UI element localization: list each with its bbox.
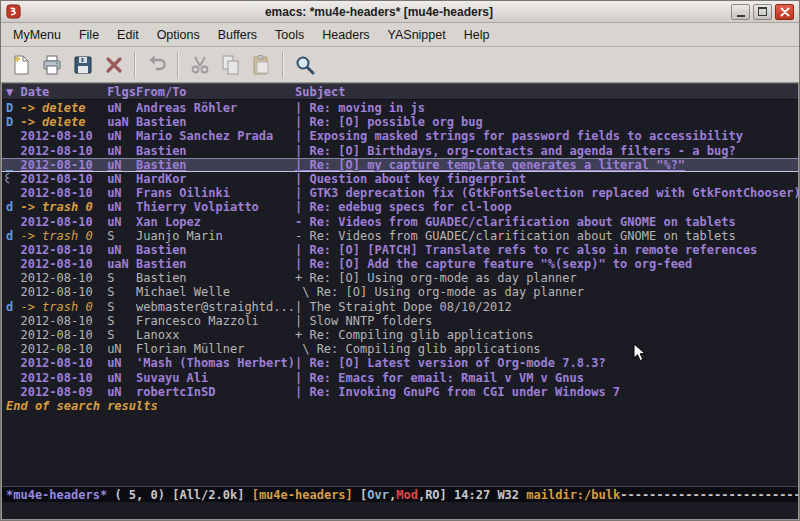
row-from: Bastien	[136, 257, 295, 271]
menu-item-help[interactable]: Help	[455, 25, 499, 45]
message-row[interactable]: 2012-08-10SLanoxx+ Re: Compiling glib ap…	[2, 328, 798, 342]
message-row[interactable]: D-> deleteuNAndreas Röhler| Re: moving i…	[2, 101, 798, 115]
row-date: 2012-08-10	[20, 129, 107, 143]
close-button[interactable]	[775, 4, 794, 20]
toolbar-new-file-button[interactable]	[5, 50, 36, 80]
message-list: D-> deleteuNAndreas Röhler| Re: moving i…	[2, 100, 798, 486]
modeline-segment: ]	[440, 488, 454, 502]
row-subject: | GTK3 deprecation fix (GtkFontSelection…	[295, 186, 798, 200]
toolbar-close-button[interactable]	[98, 50, 129, 80]
undo-icon	[145, 53, 169, 77]
row-flags: uaN	[107, 257, 136, 271]
menu-item-edit[interactable]: Edit	[108, 25, 148, 45]
message-row[interactable]: 2012-08-10SFrancesco Mazzoli| Slow NNTP …	[2, 314, 798, 328]
row-mark	[6, 243, 20, 257]
row-from: Xan Lopez	[136, 215, 295, 229]
mode-line: *mu4e-headers* ( 5, 0) [All/2.0k] [mu4e-…	[2, 486, 798, 502]
menu-item-yasnippet[interactable]: YASnippet	[379, 25, 455, 45]
row-mark	[6, 144, 20, 158]
maximize-icon	[758, 7, 767, 16]
message-row[interactable]: 2012-08-10uNMario Sanchez Prada| Exposin…	[2, 129, 798, 143]
row-mark	[6, 314, 20, 328]
row-mark	[6, 129, 20, 143]
row-date: 2012-08-10	[20, 271, 107, 285]
row-flags: uaN	[107, 115, 136, 129]
message-row[interactable]: 2012-08-10uNSuvayu Ali| Re: Emacs for em…	[2, 371, 798, 385]
row-mark: d	[6, 300, 20, 314]
message-row[interactable]: 2012-08-10uNXan Lopez- Re: Videos from G…	[2, 215, 798, 229]
message-row[interactable]: 2012-08-10uNBastien| Re: [O] my capture …	[2, 158, 798, 172]
echo-area[interactable]	[2, 502, 798, 520]
mu4e-headers-buffer: ▼DateFlgsFrom/ToSubject D-> deleteuNAndr…	[1, 83, 799, 520]
message-row[interactable]: 2012-08-10SBastien+ Re: [O] Using org-mo…	[2, 271, 798, 285]
column-header-flags[interactable]: Flgs	[107, 85, 136, 99]
message-row[interactable]: 2012-08-09uNrobertcInSD| Re: Invoking Gn…	[2, 385, 798, 399]
row-mark: D	[6, 101, 20, 115]
row-date: -> trash 0	[20, 229, 107, 243]
row-mark	[6, 215, 20, 229]
toolbar-cut-button[interactable]	[184, 50, 215, 80]
row-subject: \ Re: Compiling glib applications	[295, 342, 798, 356]
row-mark	[6, 342, 20, 356]
menu-item-headers[interactable]: Headers	[313, 25, 378, 45]
maximize-button[interactable]	[753, 4, 772, 20]
toolbar-save-button[interactable]	[67, 50, 98, 80]
column-header-subject[interactable]: Subject	[295, 85, 798, 99]
message-row[interactable]: d-> trash 0Swebmaster@straightd...| The …	[2, 300, 798, 314]
toolbar-undo-button[interactable]	[141, 50, 172, 80]
modeline-segment: Mod	[396, 488, 418, 502]
row-mark	[6, 385, 20, 399]
row-date: 2012-08-10	[20, 314, 107, 328]
titlebar[interactable]: emacs: *mu4e-headers* [mu4e-headers]	[1, 1, 799, 23]
row-subject: | Re: [O] Birthdays, org-contacts and ag…	[295, 144, 798, 158]
row-flags: uN	[107, 243, 136, 257]
row-mark	[6, 371, 20, 385]
row-from: Frans Oilinki	[136, 186, 295, 200]
row-flags: uN	[107, 186, 136, 200]
toolbar-paste-button[interactable]	[246, 50, 277, 80]
row-flags: uN	[107, 144, 136, 158]
column-header-date[interactable]: Date	[20, 85, 107, 99]
row-date: 2012-08-10	[20, 186, 107, 200]
search-icon	[293, 53, 317, 77]
row-flags: uN	[107, 215, 136, 229]
row-mark	[6, 158, 20, 172]
row-date: 2012-08-10	[20, 257, 107, 271]
toolbar	[1, 47, 799, 83]
message-row[interactable]: 2012-08-10uNBastien| Re: [O] Birthdays, …	[2, 144, 798, 158]
row-from: Bastien	[136, 115, 295, 129]
row-subject: - Re: Videos from GUADEC/clarification a…	[295, 215, 798, 229]
row-subject: | The Straight Dope 08/10/2012	[295, 300, 798, 314]
message-row[interactable]: d-> trash 0SJuanjo Marin- Re: Videos fro…	[2, 229, 798, 243]
toolbar-copy-button[interactable]	[215, 50, 246, 80]
menu-item-tools[interactable]: Tools	[266, 25, 313, 45]
message-row[interactable]: 2012-08-10SMichael Welle \ Re: [O] Using…	[2, 285, 798, 299]
row-from: 'Mash (Thomas Herbert)	[136, 356, 295, 370]
column-header-from[interactable]: From/To	[136, 85, 295, 99]
row-subject: | Question about key fingerprint	[295, 172, 798, 186]
message-row[interactable]: 2012-08-10uNBastien| Re: [O] [PATCH] Tra…	[2, 243, 798, 257]
menu-item-options[interactable]: Options	[148, 25, 209, 45]
row-flags: uN	[107, 101, 136, 115]
message-row[interactable]: D-> deleteuaNBastien| Re: [O] possible o…	[2, 115, 798, 129]
toolbar-search-button[interactable]	[289, 50, 320, 80]
message-row[interactable]: 2012-08-10uNFrans Oilinki| GTK3 deprecat…	[2, 186, 798, 200]
modeline-segment: [All/2.0k]	[172, 488, 251, 502]
message-row[interactable]: d-> trash 0uNThierry Volpiatto| Re: edeb…	[2, 200, 798, 214]
minimize-button[interactable]	[731, 4, 750, 20]
message-row[interactable]: 2012-08-10uN'Mash (Thomas Herbert)| Re: …	[2, 356, 798, 370]
message-row[interactable]: 2012-08-10uaNBastien| Re: [O] Add the ca…	[2, 257, 798, 271]
menu-item-mymenu[interactable]: MyMenu	[4, 25, 70, 45]
row-mark: d	[6, 200, 20, 214]
menu-item-buffers[interactable]: Buffers	[209, 25, 266, 45]
row-flags: uN	[107, 129, 136, 143]
message-row[interactable]: 2012-08-10uNFlorian Müllner \ Re: Compil…	[2, 342, 798, 356]
message-row[interactable]: 2012-08-10uNHardKor| Question about key …	[2, 172, 798, 186]
copy-icon	[219, 53, 243, 77]
row-from: Bastien	[136, 144, 295, 158]
row-subject: | Re: [O] [PATCH] Translate refs to rc a…	[295, 243, 798, 257]
toolbar-print-button[interactable]	[36, 50, 67, 80]
toolbar-separator	[134, 52, 136, 78]
menu-item-file[interactable]: File	[70, 25, 108, 45]
row-date: 2012-08-10	[20, 328, 107, 342]
